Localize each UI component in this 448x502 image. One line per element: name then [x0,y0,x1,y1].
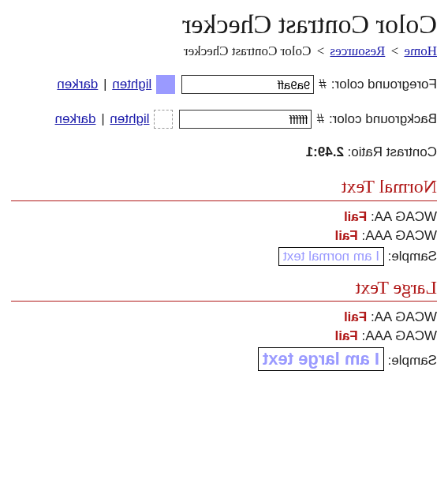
foreground-lighten[interactable]: lighten [112,77,151,92]
normal-aa-label: WCAG AA: [367,209,437,224]
normal-aaa: WCAG AAA: Fail [11,228,437,244]
foreground-swatch [156,75,175,94]
normal-aaa-label: WCAG AAA: [358,228,437,243]
foreground-row: Foreground color: # lighten | darken [11,75,437,94]
background-swatch [155,110,174,129]
large-sample-line: Sample: I am large text [11,347,437,371]
normal-heading: Normal Text [11,176,437,197]
normal-sample-box: I am normal text [278,247,384,266]
foreground-input[interactable] [181,75,314,94]
pipe: | [101,111,104,126]
page-title: Color Contrast Checker [11,9,437,39]
background-input[interactable] [180,110,312,129]
large-aa-label: WCAG AA: [367,309,437,324]
ratio-label: Contrast Ratio: [344,144,437,159]
breadcrumb-sep: > [391,43,399,58]
foreground-label: Foreground color: [331,77,437,92]
normal-aaa-result: Fail [335,228,358,243]
large-aa: WCAG AA: Fail [11,309,437,325]
breadcrumb: Home > Resources > Color Contrast Checke… [11,43,437,59]
breadcrumb-home[interactable]: Home [404,43,437,58]
large-aaa: WCAG AAA: Fail [11,328,437,344]
background-hash: # [317,111,324,127]
breadcrumb-current: Color Contrast Checker [184,43,311,58]
normal-aa: WCAG AA: Fail [11,209,437,225]
large-aaa-label: WCAG AAA: [358,328,437,343]
foreground-darken[interactable]: darken [57,77,98,92]
normal-aa-result: Fail [344,209,367,224]
normal-sample-line: Sample: I am normal text [11,247,437,266]
normal-sample-label: Sample: [384,249,437,264]
large-aa-result: Fail [344,309,367,324]
background-lighten[interactable]: lighten [110,111,149,126]
large-sample-box: I am large text [258,347,384,371]
large-aaa-result: Fail [335,328,358,343]
background-label: Background color: [329,111,437,127]
background-darken[interactable]: darken [55,111,96,126]
background-row: Background color: # lighten | darken [11,110,437,129]
heading-rule [11,301,437,302]
large-heading: Large Text [11,277,437,298]
ratio-value: 2.49:1 [306,144,344,159]
heading-rule [11,200,437,201]
foreground-hash: # [319,77,326,92]
breadcrumb-resources[interactable]: Resources [330,43,385,58]
pipe: | [103,77,106,92]
breadcrumb-sep: > [317,43,325,58]
large-sample-label: Sample: [384,353,437,368]
contrast-ratio: Contrast Ratio: 2.49:1 [11,144,437,160]
